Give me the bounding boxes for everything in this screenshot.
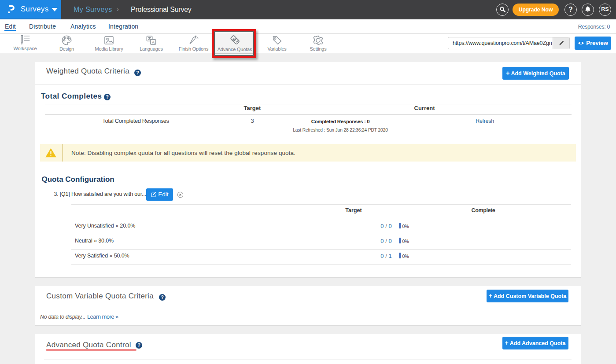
svg-text:A: A xyxy=(152,40,155,44)
